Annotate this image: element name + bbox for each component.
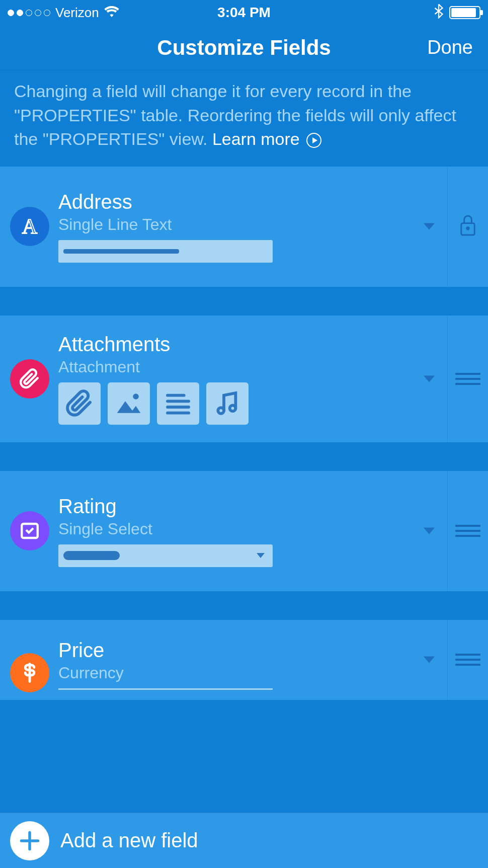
chevron-down-icon[interactable] xyxy=(424,657,435,663)
field-row-attachments[interactable]: Attachments Attachment xyxy=(0,315,488,443)
drag-icon xyxy=(455,525,480,537)
field-row-rating[interactable]: Rating Single Select xyxy=(0,471,488,592)
field-row-address[interactable]: A Address Single Line Text xyxy=(0,167,488,287)
status-time: 3:04 PM xyxy=(217,5,271,21)
field-name: Attachments xyxy=(58,333,437,356)
field-main[interactable]: Rating Single Select xyxy=(0,471,448,591)
attachment-preview-icons xyxy=(58,382,437,425)
field-content: Rating Single Select xyxy=(58,495,437,567)
field-content: Address Single Line Text xyxy=(58,191,437,263)
field-content: Price Currency xyxy=(58,639,437,690)
field-type: Attachment xyxy=(58,358,437,376)
status-right xyxy=(271,4,480,22)
signal-strength-icon xyxy=(8,10,50,16)
add-field-label: Add a new field xyxy=(60,829,198,852)
plus-icon xyxy=(10,821,49,860)
svg-point-7 xyxy=(218,408,224,414)
status-bar: Verizon 3:04 PM xyxy=(0,0,488,25)
text-a-icon: A xyxy=(10,207,49,246)
play-icon[interactable] xyxy=(306,133,321,148)
drag-handle[interactable] xyxy=(448,471,488,591)
bluetooth-icon xyxy=(434,4,443,22)
attach-audio-icon xyxy=(206,382,249,425)
chevron-down-icon[interactable] xyxy=(424,528,435,534)
learn-more-link[interactable]: Learn more xyxy=(212,129,300,148)
dollar-icon xyxy=(10,653,49,692)
field-lock xyxy=(448,167,488,287)
svg-point-1 xyxy=(467,227,469,229)
nav-bar: Customize Fields Done xyxy=(0,25,488,70)
field-preview xyxy=(58,688,437,690)
field-main[interactable]: A Address Single Line Text xyxy=(0,167,448,287)
field-main[interactable]: Attachments Attachment xyxy=(0,315,448,442)
chevron-down-icon[interactable] xyxy=(424,223,435,230)
svg-point-8 xyxy=(230,405,236,411)
field-type: Single Line Text xyxy=(58,215,437,234)
page-title: Customize Fields xyxy=(15,36,473,60)
field-name: Rating xyxy=(58,495,437,518)
drag-icon xyxy=(455,373,480,385)
field-content: Attachments Attachment xyxy=(58,333,437,425)
add-field-button[interactable]: Add a new field xyxy=(0,813,488,868)
field-main[interactable]: Price Currency xyxy=(0,620,448,700)
drag-handle[interactable] xyxy=(448,620,488,700)
wifi-icon xyxy=(104,5,119,21)
field-name: Address xyxy=(58,191,437,213)
field-list: A Address Single Line Text Attachments xyxy=(0,167,488,700)
field-preview xyxy=(58,240,437,263)
done-button[interactable]: Done xyxy=(427,37,473,58)
carrier-label: Verizon xyxy=(55,5,99,21)
info-text: Changing a field will change it for ever… xyxy=(0,70,488,167)
svg-point-2 xyxy=(133,393,139,400)
battery-icon xyxy=(449,6,480,19)
field-type: Currency xyxy=(58,664,437,682)
field-row-price[interactable]: Price Currency xyxy=(0,620,488,700)
attach-file-icon xyxy=(58,382,101,425)
lock-icon xyxy=(459,214,477,239)
paperclip-icon xyxy=(10,359,49,399)
attach-document-icon xyxy=(157,382,199,425)
field-type: Single Select xyxy=(58,520,437,538)
select-icon xyxy=(10,511,49,550)
drag-handle[interactable] xyxy=(448,315,488,442)
drag-icon xyxy=(455,654,480,666)
field-preview xyxy=(58,544,437,567)
status-left: Verizon xyxy=(8,5,217,21)
chevron-down-icon[interactable] xyxy=(424,375,435,382)
field-name: Price xyxy=(58,639,437,662)
attach-image-icon xyxy=(108,382,150,425)
